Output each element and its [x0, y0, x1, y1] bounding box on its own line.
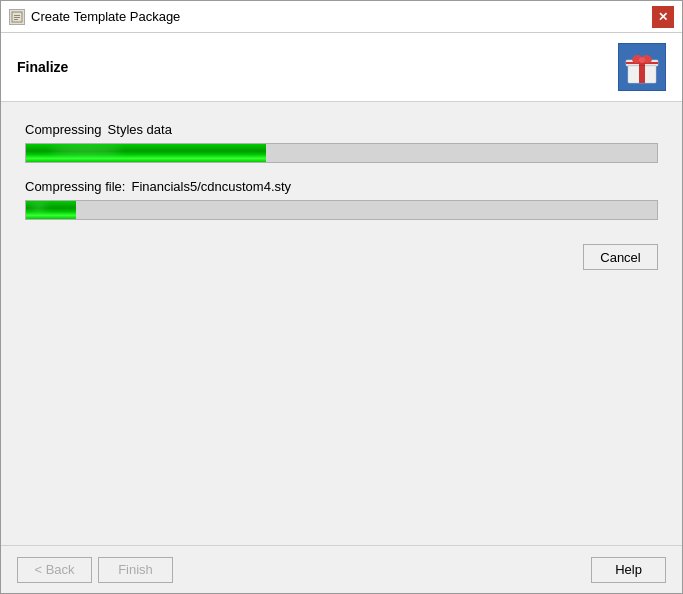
svg-rect-11 — [628, 65, 656, 66]
progress-section-1: Compressing Styles data — [25, 122, 658, 163]
help-button[interactable]: Help — [591, 557, 666, 583]
content-area: Compressing Styles data Compressing file… — [1, 102, 682, 545]
page-title: Finalize — [17, 59, 68, 75]
main-window: Create Template Package ✕ Finalize — [0, 0, 683, 594]
svg-point-10 — [639, 57, 645, 63]
progress-2-label-main: Compressing file: — [25, 179, 125, 194]
progress-bar-1 — [25, 143, 658, 163]
cancel-button[interactable]: Cancel — [583, 244, 658, 270]
footer-nav-buttons: < Back Finish — [17, 557, 173, 583]
svg-rect-2 — [14, 17, 20, 18]
svg-rect-3 — [14, 19, 18, 20]
svg-rect-1 — [14, 15, 20, 16]
progress-1-label: Compressing Styles data — [25, 122, 658, 137]
back-button[interactable]: < Back — [17, 557, 92, 583]
progress-section-2: Compressing file: Financials5/cdncustom4… — [25, 179, 658, 220]
finish-button[interactable]: Finish — [98, 557, 173, 583]
cancel-area: Cancel — [25, 244, 658, 270]
progress-bar-2-fill — [26, 201, 76, 219]
header-section: Finalize — [1, 33, 682, 102]
package-icon — [618, 43, 666, 91]
progress-2-label-sub: Financials5/cdncustom4.sty — [131, 179, 291, 194]
progress-2-label: Compressing file: Financials5/cdncustom4… — [25, 179, 658, 194]
title-bar: Create Template Package ✕ — [1, 1, 682, 33]
progress-bar-2 — [25, 200, 658, 220]
progress-bar-1-fill — [26, 144, 266, 162]
progress-1-label-main: Compressing — [25, 122, 102, 137]
footer: < Back Finish Help — [1, 545, 682, 593]
window-title: Create Template Package — [31, 9, 180, 24]
title-bar-left: Create Template Package — [9, 9, 180, 25]
progress-1-label-sub: Styles data — [108, 122, 172, 137]
close-button[interactable]: ✕ — [652, 6, 674, 28]
document-icon — [9, 9, 25, 25]
